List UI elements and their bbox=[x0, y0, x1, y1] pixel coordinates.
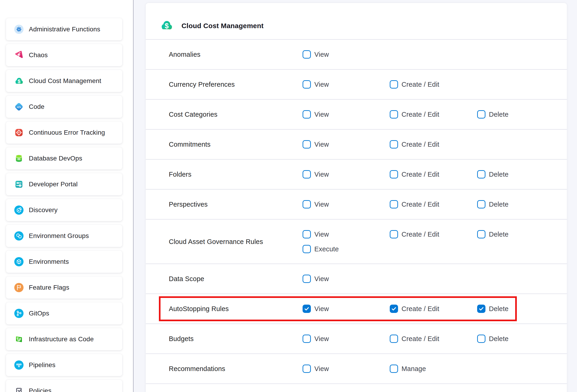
error-tracking-icon bbox=[14, 128, 24, 137]
permissions-panel: $ Cloud Cost Management AnomaliesViewCur… bbox=[146, 3, 567, 392]
svg-text:$: $ bbox=[18, 78, 20, 84]
resource-label: Folders bbox=[169, 171, 191, 178]
checkbox-unchecked[interactable] bbox=[390, 170, 398, 178]
checkbox-unchecked[interactable] bbox=[303, 364, 311, 373]
permission-view[interactable]: View bbox=[303, 200, 329, 209]
svg-text:</>: </> bbox=[17, 105, 21, 109]
permission-create-edit[interactable]: Create / Edit bbox=[390, 200, 439, 209]
permission-delete[interactable]: Delete bbox=[477, 200, 508, 209]
permission-row-perspectives: PerspectivesViewCreate / EditDelete bbox=[146, 189, 567, 219]
checkbox-unchecked[interactable] bbox=[303, 245, 311, 253]
resource-label: Anomalies bbox=[169, 51, 200, 58]
sidebar-item-pipelines[interactable]: Pipelines bbox=[6, 354, 122, 376]
environments-icon bbox=[14, 257, 24, 266]
permission-create-edit[interactable]: Create / Edit bbox=[390, 110, 439, 118]
sidebar-item-environments[interactable]: Environments bbox=[6, 251, 122, 273]
checkbox-unchecked[interactable] bbox=[477, 200, 485, 209]
checkbox-unchecked[interactable] bbox=[477, 170, 485, 178]
permission-row-recommendations: RecommendationsViewManage bbox=[146, 354, 567, 384]
checkbox-unchecked[interactable] bbox=[303, 275, 311, 283]
checkbox-unchecked[interactable] bbox=[303, 80, 311, 89]
permission-label: View bbox=[314, 141, 329, 148]
permission-create-edit[interactable]: Create / Edit bbox=[390, 305, 439, 313]
checkbox-unchecked[interactable] bbox=[390, 110, 398, 118]
sidebar-item-developer-portal[interactable]: Developer Portal bbox=[6, 173, 122, 195]
permission-view[interactable]: View bbox=[303, 50, 329, 59]
checkbox-unchecked[interactable] bbox=[390, 230, 398, 238]
permission-view[interactable]: View bbox=[303, 364, 329, 373]
sidebar-item-environment-groups[interactable]: Environment Groups bbox=[6, 225, 122, 247]
sidebar-item-administrative-functions[interactable]: Administrative Functions bbox=[6, 18, 122, 40]
sidebar-item-label: Environment Groups bbox=[29, 232, 120, 240]
permission-row-autostopping-rules: AutoStopping RulesViewCreate / EditDelet… bbox=[146, 293, 567, 323]
sidebar-item-database-devops[interactable]: ∞Database DevOps bbox=[6, 147, 122, 170]
checkbox-unchecked[interactable] bbox=[303, 230, 311, 238]
permission-view[interactable]: View bbox=[303, 275, 329, 283]
permission-manage[interactable]: Manage bbox=[390, 364, 426, 373]
svg-text:∞: ∞ bbox=[17, 156, 21, 161]
checkbox-checked[interactable] bbox=[477, 305, 485, 313]
checkbox-unchecked[interactable] bbox=[303, 50, 311, 59]
permission-label: View bbox=[314, 275, 329, 283]
sidebar-item-chaos[interactable]: Chaos bbox=[6, 44, 122, 66]
permission-create-edit[interactable]: Create / Edit bbox=[390, 170, 439, 178]
sidebar-item-gitops[interactable]: GitOps bbox=[6, 302, 122, 324]
sidebar-item-discovery[interactable]: Discovery bbox=[6, 199, 122, 221]
sidebar-item-code[interactable]: </>Code bbox=[6, 96, 122, 118]
checkbox-checked[interactable] bbox=[390, 305, 398, 313]
checkbox-unchecked[interactable] bbox=[303, 140, 311, 148]
permission-execute[interactable]: Execute bbox=[303, 245, 339, 253]
sidebar-item-feature-flags[interactable]: Feature Flags bbox=[6, 277, 122, 299]
sidebar-item-label: Database DevOps bbox=[29, 155, 120, 162]
checkbox-unchecked[interactable] bbox=[303, 200, 311, 209]
svg-text:$: $ bbox=[165, 22, 169, 30]
permission-row-cost-categories: Cost CategoriesViewCreate / EditDelete bbox=[146, 99, 567, 129]
checkbox-unchecked[interactable] bbox=[390, 364, 398, 373]
permission-delete[interactable]: Delete bbox=[477, 230, 508, 238]
checkbox-unchecked[interactable] bbox=[390, 80, 398, 89]
permission-delete[interactable]: Delete bbox=[477, 305, 508, 313]
checkbox-checked[interactable] bbox=[303, 305, 311, 313]
sidebar-item-infrastructure-as-code[interactable]: Infrastructure as Code bbox=[6, 328, 122, 350]
permission-label: View bbox=[314, 305, 329, 313]
permission-view[interactable]: View bbox=[303, 305, 329, 313]
permission-view[interactable]: View bbox=[303, 110, 329, 118]
permission-label: Delete bbox=[489, 171, 508, 178]
permission-create-edit[interactable]: Create / Edit bbox=[390, 230, 439, 238]
checkbox-unchecked[interactable] bbox=[477, 110, 485, 118]
permission-label: Create / Edit bbox=[401, 111, 439, 118]
permission-delete[interactable]: Delete bbox=[477, 110, 508, 118]
permission-create-edit[interactable]: Create / Edit bbox=[390, 80, 439, 89]
database-devops-icon: ∞ bbox=[14, 154, 24, 163]
sidebar-item-label: Feature Flags bbox=[29, 284, 120, 291]
permission-view[interactable]: View bbox=[303, 140, 329, 148]
checkbox-unchecked[interactable] bbox=[303, 335, 311, 343]
permission-create-edit[interactable]: Create / Edit bbox=[390, 140, 439, 148]
environment-groups-icon bbox=[14, 231, 24, 241]
sidebar-item-continuous-error-tracking[interactable]: Continuous Error Tracking bbox=[6, 121, 122, 144]
permission-delete[interactable]: Delete bbox=[477, 335, 508, 343]
permission-view[interactable]: View bbox=[303, 230, 329, 238]
checkbox-unchecked[interactable] bbox=[390, 140, 398, 148]
permission-view[interactable]: View bbox=[303, 170, 329, 178]
permission-label: Create / Edit bbox=[401, 141, 439, 148]
permission-view[interactable]: View bbox=[303, 335, 329, 343]
permission-label: Manage bbox=[401, 365, 426, 373]
checkbox-unchecked[interactable] bbox=[390, 335, 398, 343]
permission-row-anomalies: AnomaliesView bbox=[146, 39, 567, 69]
permission-view[interactable]: View bbox=[303, 80, 329, 89]
checkbox-unchecked[interactable] bbox=[390, 200, 398, 209]
sidebar-item-policies[interactable]: Policies bbox=[6, 380, 122, 392]
sidebar-item-cloud-cost-management[interactable]: $Cloud Cost Management bbox=[6, 70, 122, 92]
checkbox-unchecked[interactable] bbox=[303, 110, 311, 118]
permission-create-edit[interactable]: Create / Edit bbox=[390, 335, 439, 343]
permissions-table: AnomaliesViewCurrency PreferencesViewCre… bbox=[146, 39, 567, 392]
checkbox-unchecked[interactable] bbox=[303, 170, 311, 178]
checkbox-unchecked[interactable] bbox=[477, 230, 485, 238]
permission-label: Create / Edit bbox=[401, 201, 439, 208]
checkbox-unchecked[interactable] bbox=[477, 335, 485, 343]
permission-delete[interactable]: Delete bbox=[477, 170, 508, 178]
permission-label: Create / Edit bbox=[401, 81, 439, 88]
permission-label: Create / Edit bbox=[401, 305, 439, 313]
resource-label: Cost Categories bbox=[169, 111, 217, 118]
